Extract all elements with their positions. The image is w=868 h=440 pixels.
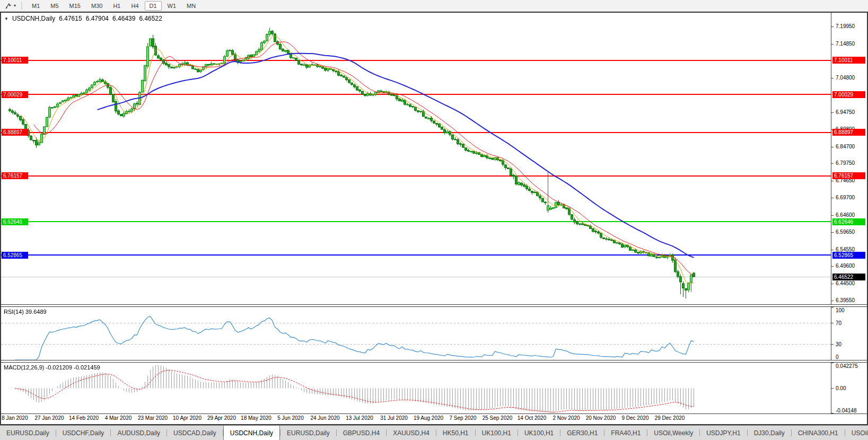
hline-price-tag: 6.76157 — [832, 172, 865, 179]
price-tick-label: 7.14850 — [836, 41, 855, 47]
price-tick-label: 6.84700 — [836, 144, 855, 149]
rsi-tick-label: 100 — [836, 307, 845, 313]
hline-left-price-tag: 6.76157 — [2, 172, 28, 179]
price-tick-label: 6.44500 — [836, 280, 855, 286]
ohlc-close: 6.46522 — [139, 15, 162, 22]
ohlc-open: 6.47615 — [59, 15, 82, 22]
rsi-label: RSI(14) 39.6489 — [4, 309, 47, 315]
price-tick-mark — [831, 198, 834, 198]
timeframe-button-h4[interactable]: H4 — [126, 1, 143, 11]
time-axis: 8 Jan 202027 Jan 202014 Feb 20204 Mar 20… — [1, 413, 867, 423]
hline-price-tag: 7.00029 — [832, 91, 865, 98]
hline-left-price-tag: 6.62646 — [2, 218, 28, 225]
price-tick-mark — [831, 181, 834, 181]
timeframe-button-m30[interactable]: M30 — [86, 1, 107, 11]
hline-price-tag: 6.52865 — [832, 252, 865, 259]
price-panel: ▼ USDCNH,Daily 6.47615 6.47904 6.46439 6… — [1, 13, 867, 304]
chart-cursor-tool[interactable]: ▾ — [3, 2, 18, 10]
chart-symbol-label: USDCNH,Daily — [12, 15, 55, 22]
price-tick-mark — [831, 250, 834, 250]
price-tick-label: 6.59650 — [836, 229, 855, 235]
price-tick-mark — [831, 112, 834, 113]
macd-plot-area[interactable]: MACD(12,26,9) -0.021209 -0.021459 — [1, 363, 831, 413]
ohlc-low: 6.46439 — [112, 15, 135, 22]
price-tick-label: 6.94750 — [836, 109, 855, 115]
price-tick-mark — [831, 163, 834, 164]
date-tick-label: 24 Jun 2020 — [310, 415, 339, 421]
timeframe-button-m1[interactable]: M1 — [27, 1, 45, 11]
chart-tab-gbpusd-h4[interactable]: GBPUSD,H4 — [337, 426, 386, 440]
price-tick-mark — [831, 266, 834, 267]
price-tick-mark — [831, 44, 834, 45]
chart-tab-usoil-weekly[interactable]: USOil,Weekly — [647, 426, 699, 440]
chart-tab-ger30-h1[interactable]: GER30,H1 — [560, 426, 604, 440]
rsi-axis: 10070300 — [831, 307, 867, 360]
chart-tab-xauusd-h4[interactable]: XAUUSD,H4 — [387, 426, 436, 440]
timeframe-button-w1[interactable]: W1 — [163, 1, 181, 11]
date-tick-label: 14 Oct 2020 — [518, 415, 546, 421]
rsi-tick-label: 30 — [836, 341, 841, 347]
date-tick-label: 29 Dec 2020 — [655, 415, 685, 421]
price-tick-label: 6.64600 — [836, 212, 855, 218]
price-plot-area[interactable]: ▼ USDCNH,Daily 6.47615 6.47904 6.46439 6… — [1, 13, 831, 304]
rsi-panel: RSI(14) 39.6489 10070300 — [1, 307, 867, 360]
timeframe-button-mn[interactable]: MN — [182, 1, 200, 11]
price-tick-label: 6.49600 — [836, 263, 855, 269]
price-tick-label: 6.79750 — [836, 160, 855, 166]
crosshair-cursor-icon — [5, 2, 12, 10]
price-tick-label: 7.19950 — [836, 23, 855, 29]
price-tick-label: 6.69700 — [836, 195, 855, 200]
chart-tab-usdchf-daily[interactable]: USDCHF,Daily — [56, 426, 111, 440]
date-tick-label: 13 Jul 2020 — [346, 415, 373, 421]
macd-tick-label: 0.042275 — [836, 363, 858, 369]
date-tick-label: 27 Jan 2020 — [34, 415, 64, 421]
timeframe-button-m15[interactable]: M15 — [65, 1, 85, 11]
price-axis: 7.199507.148507.048006.947506.898006.847… — [831, 13, 867, 304]
hline-left-price-tag: 6.88897 — [2, 129, 28, 136]
rsi-plot-area[interactable]: RSI(14) 39.6489 — [1, 307, 831, 360]
toolbar-grip[interactable] — [21, 2, 22, 10]
rsi-canvas[interactable] — [1, 307, 831, 360]
macd-tick-label: 0.00 — [836, 385, 846, 391]
price-tick-mark — [831, 232, 834, 233]
chart-tab-usdcad-daily[interactable]: USDCAD,Daily — [167, 426, 223, 440]
price-chart-canvas[interactable] — [1, 13, 831, 304]
date-tick-label: 8 Jan 2020 — [2, 415, 28, 421]
timeframe-button-h1[interactable]: H1 — [108, 1, 125, 11]
chart-tab-eurusd-daily[interactable]: EURUSD,Daily — [0, 426, 56, 440]
rsi-tick-label: 70 — [836, 320, 841, 326]
top-toolbar: ▾ M1M5M15M30H1H4D1W1MN — [0, 0, 868, 12]
chart-tab-hk50-h1[interactable]: HK50,H1 — [436, 426, 475, 440]
chart-tab-eurusd-daily[interactable]: EURUSD,Daily — [280, 426, 336, 440]
timeframe-button-m5[interactable]: M5 — [46, 1, 63, 11]
chart-tab-audusd-daily[interactable]: AUDUSD,Daily — [111, 426, 166, 440]
chart-tab-fra40-h1[interactable]: FRA40,H1 — [604, 426, 647, 440]
price-tick-mark — [831, 27, 834, 27]
chart-tab-bar: EURUSD,DailyUSDCHF,DailyAUDUSD,DailyUSDC… — [0, 425, 868, 440]
chart-tab-uk100-h1[interactable]: UK100,H1 — [518, 426, 560, 440]
price-tick-mark — [831, 284, 834, 284]
chart-tab-uk100-h1[interactable]: UK100,H1 — [476, 426, 518, 440]
ohlc-high: 6.47904 — [86, 15, 109, 22]
rsi-tick-mark — [831, 307, 834, 307]
macd-tick-mark — [831, 363, 834, 363]
date-tick-label: 18 May 2020 — [241, 415, 271, 421]
hline-price-tag: 7.10011 — [832, 57, 865, 64]
timeframe-button-d1[interactable]: D1 — [145, 1, 162, 11]
hline-price-tag: 6.62646 — [832, 218, 865, 225]
date-tick-label: 31 Jul 2020 — [380, 415, 408, 421]
chevron-down-icon: ▾ — [14, 3, 16, 8]
hline-price-tag: 6.88897 — [832, 129, 865, 136]
date-tick-label: 25 Sep 2020 — [483, 415, 513, 421]
chart-tab-usdjpy-h1[interactable]: USDJPY,H1 — [700, 426, 747, 440]
chart-tab-partial[interactable]: USOil, — [845, 426, 868, 440]
macd-axis: 0.0422750.00-0.04148 — [831, 363, 867, 413]
date-tick-label: 10 Apr 2020 — [173, 415, 201, 421]
chart-tab-china300-h1[interactable]: CHINA300,H1 — [792, 426, 845, 440]
chart-tab-usdcnh-daily[interactable]: USDCNH,Daily — [223, 426, 280, 440]
macd-tick-mark — [831, 413, 834, 413]
chart-window: ▼ USDCNH,Daily 6.47615 6.47904 6.46439 6… — [0, 12, 868, 425]
rsi-tick-mark — [831, 344, 834, 345]
macd-canvas[interactable] — [1, 363, 831, 413]
chart-tab-dj30-daily[interactable]: DJ30,Daily — [748, 426, 791, 440]
